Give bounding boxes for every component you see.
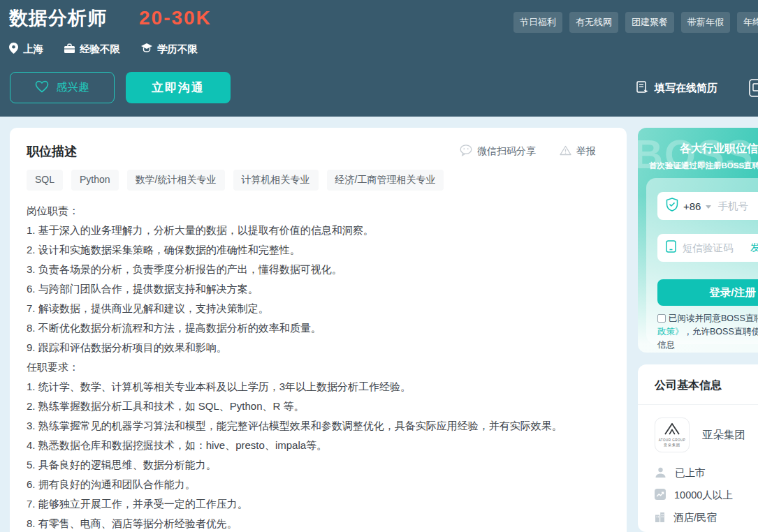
job-description-card: 职位描述 微信扫码分享 举报 SQL Python 数学/统计相关专业 计算机相… [10, 128, 627, 532]
building-icon [655, 512, 665, 524]
job-description-text: 岗位职责： 1. 基于深入的业务理解力，分析大量的数据，以提取有价值的信息和洞察… [27, 201, 610, 532]
chat-now-button[interactable]: 立即沟通 [126, 72, 231, 103]
company-industry-row: 酒店/民宿 [655, 511, 758, 524]
country-code-select[interactable]: +86 [683, 200, 701, 212]
promo-title: 各大行业职位信息 [680, 142, 758, 156]
fill-online-resume-link[interactable]: 填写在线简历 [636, 81, 717, 95]
description-line: 3. 熟练掌握常见的机器学习算法和模型，能完整评估模型效果和参数调整优化，具备实… [27, 416, 610, 436]
person-icon [655, 467, 666, 480]
description-line: 8. 有零售、电商、酒店等据分析经验者优先。 [27, 514, 610, 532]
wechat-bubble-icon [460, 145, 472, 158]
agreement-middle: ，允许BOSS直聘使用 [684, 327, 758, 337]
graduation-cap-icon [141, 43, 152, 55]
description-line: 3. 负责各场景的分析，负责季度分析报告的产出，懂得数据可视化。 [27, 260, 610, 279]
phone-input-row[interactable]: +86 [657, 192, 758, 220]
agreement-prefix: 已阅读并同意BOSS直聘的 [669, 313, 758, 323]
promo-subtitle: 首次验证通过即注册BOSS直聘账号 [649, 161, 758, 171]
description-line: 6. 与跨部门团队合作，提供数据支持和解决方案。 [27, 279, 610, 299]
description-line: 4. 熟悉数据仓库和数据挖掘技术，如：hive、presto、impala等。 [27, 436, 610, 455]
agreement-checkbox[interactable] [657, 314, 666, 323]
description-line: 6. 拥有良好的沟通和团队合作能力。 [27, 475, 610, 494]
interest-button-label: 感兴趣 [56, 80, 89, 95]
chart-icon [655, 489, 666, 502]
agreement-text: 已阅读并同意BOSS直聘的《隐私政策》，允许BOSS直聘使用本人账号信息 [657, 312, 758, 352]
phone-input[interactable] [716, 200, 758, 212]
fill-online-resume-label: 填写在线简历 [655, 82, 717, 95]
skill-tag: 经济/工商管理相关专业 [327, 170, 444, 191]
wechat-share-label: 微信扫码分享 [477, 145, 536, 158]
company-size-row: 10000人以上 [655, 489, 758, 502]
resume-doc-icon [636, 81, 648, 95]
company-logo[interactable]: ATOUR GROUP 亚朵集团 [655, 418, 690, 452]
company-logo-text-cn: 亚朵集团 [664, 443, 680, 447]
welfare-tag: 节日福利 [513, 12, 562, 33]
app-qr-icon[interactable] [749, 79, 758, 100]
welfare-tags: 节日福利 有无线网 团建聚餐 带薪年假 年终奖 [513, 12, 758, 33]
page-title: 数据分析师 [9, 6, 107, 31]
location-pin-icon [9, 43, 18, 56]
skill-tag: 计算机相关专业 [233, 170, 319, 191]
company-name-link[interactable]: 亚朵集团 [702, 428, 745, 443]
report-button[interactable]: 举报 [560, 145, 596, 158]
briefcase-icon [64, 43, 75, 56]
description-line: 岗位职责： [27, 201, 610, 221]
send-code-button[interactable]: 发送验证码 [750, 242, 758, 254]
interest-button[interactable]: 感兴趣 [10, 72, 115, 103]
company-industry-label: 酒店/民宿 [673, 511, 717, 524]
description-line: 7. 能够独立开展工作，并承受一定的工作压力。 [27, 494, 610, 514]
atour-logo-icon [664, 423, 680, 438]
shield-check-icon [666, 198, 678, 214]
chevron-down-icon[interactable] [706, 205, 711, 209]
description-line: 2. 设计和实施数据采集策略，确保数据的准确性和完整性。 [27, 240, 610, 260]
description-line: 1. 统计学、数学、计算机等相关专业本科及以上学历，3年以上数据分析工作经验。 [27, 377, 610, 397]
welfare-tag: 年终奖 [737, 12, 758, 33]
description-line: 8. 不断优化数据分析流程和方法，提高数据分析的效率和质量。 [27, 318, 610, 338]
chat-now-label: 立即沟通 [152, 80, 205, 96]
job-meta-row: 上海 经验不限 学历不限 [9, 43, 198, 56]
welfare-tag: 有无线网 [569, 12, 618, 33]
job-description-title: 职位描述 [27, 143, 77, 160]
description-line: 5. 具备良好的逻辑思维、数据分析能力。 [27, 455, 610, 475]
description-line: 1. 基于深入的业务理解力，分析大量的数据，以提取有价值的信息和洞察。 [27, 221, 610, 240]
login-register-button[interactable]: 登录/注册 [657, 279, 758, 306]
heart-icon [35, 80, 49, 96]
skill-tags: SQL Python 数学/统计相关专业 计算机相关专业 经济/工商管理相关专业 [27, 170, 610, 191]
description-line: 任职要求： [27, 357, 610, 377]
welfare-tag: 带薪年假 [681, 12, 730, 33]
skill-tag: 数学/统计相关专业 [127, 170, 225, 191]
company-info-card: 公司基本信息 ATOUR GROUP 亚朵集团 亚朵集团 已上市 10000人以… [638, 364, 758, 532]
company-logo-text-en: ATOUR GROUP [659, 438, 686, 442]
job-city: 上海 [23, 43, 43, 56]
description-line: 2. 熟练掌握数据分析工具和技术，如 SQL、Python、R 等。 [27, 397, 610, 416]
company-stage-label: 已上市 [675, 466, 706, 480]
skill-tag: Python [71, 170, 119, 191]
signup-promo-panel: BOSS 各大行业职位信息 首次验证通过即注册BOSS直聘账号 +86 发送验证… [638, 128, 758, 353]
company-size-label: 10000人以上 [674, 489, 733, 502]
company-stage-row: 已上市 [655, 466, 758, 480]
wechat-share-button[interactable]: 微信扫码分享 [460, 145, 536, 158]
report-label: 举报 [576, 145, 596, 158]
job-experience: 经验不限 [80, 43, 120, 56]
warning-triangle-icon [560, 145, 571, 158]
company-info-title: 公司基本信息 [638, 364, 758, 405]
sms-phone-icon [666, 240, 676, 256]
sms-code-input[interactable] [681, 242, 745, 254]
job-education: 学历不限 [157, 43, 198, 56]
description-line: 7. 解读数据，提供商业见解和建议，支持决策制定。 [27, 299, 610, 318]
salary-range: 20-30K [139, 7, 212, 29]
skill-tag: SQL [27, 170, 63, 191]
job-header: 数据分析师 20-30K 节日福利 有无线网 团建聚餐 带薪年假 年终奖 上海 … [0, 0, 758, 117]
sms-code-input-row[interactable]: 发送验证码 [657, 234, 758, 262]
description-line: 9. 跟踪和评估数据分析项目的效果和影响。 [27, 338, 610, 357]
welfare-tag: 团建聚餐 [625, 12, 674, 33]
